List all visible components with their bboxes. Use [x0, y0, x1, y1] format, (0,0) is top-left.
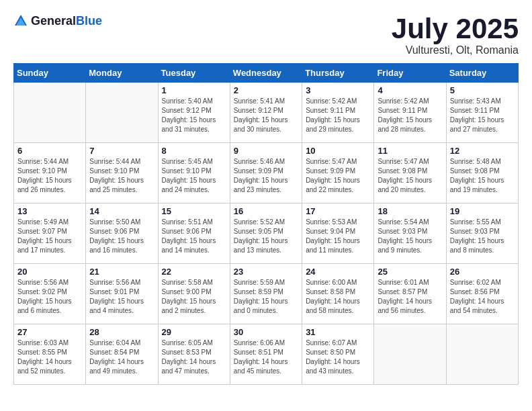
day-number: 18: [378, 206, 442, 216]
day-number: 23: [234, 267, 298, 277]
day-number: 14: [89, 206, 154, 216]
calendar-cell: 21Sunrise: 5:56 AMSunset: 9:01 PMDayligh…: [86, 264, 158, 324]
day-number: 29: [162, 327, 226, 337]
day-info: Sunrise: 6:02 AMSunset: 8:56 PMDaylight:…: [450, 278, 515, 316]
day-info: Sunrise: 6:00 AMSunset: 8:58 PMDaylight:…: [306, 278, 370, 316]
day-info: Sunrise: 5:47 AMSunset: 9:08 PMDaylight:…: [378, 157, 442, 195]
day-info: Sunrise: 5:42 AMSunset: 9:11 PMDaylight:…: [306, 97, 370, 134]
calendar-cell: 3Sunrise: 5:42 AMSunset: 9:11 PMDaylight…: [302, 83, 374, 143]
calendar-cell: 7Sunrise: 5:44 AMSunset: 9:10 PMDaylight…: [86, 143, 158, 203]
calendar-cell: 28Sunrise: 6:04 AMSunset: 8:54 PMDayligh…: [86, 324, 158, 385]
calendar-cell: 11Sunrise: 5:47 AMSunset: 9:08 PMDayligh…: [374, 143, 446, 203]
logo-text-general: General: [31, 14, 76, 28]
col-saturday: Saturday: [446, 64, 518, 83]
day-info: Sunrise: 5:56 AMSunset: 9:02 PMDaylight:…: [17, 278, 82, 316]
day-number: 7: [89, 146, 154, 156]
day-number: 12: [450, 146, 515, 156]
day-info: Sunrise: 5:51 AMSunset: 9:06 PMDaylight:…: [162, 218, 226, 255]
page-header: GeneralBlue July 2025 Vulturesti, Olt, R…: [13, 13, 519, 56]
day-info: Sunrise: 6:05 AMSunset: 8:53 PMDaylight:…: [162, 338, 226, 376]
day-info: Sunrise: 5:48 AMSunset: 9:08 PMDaylight:…: [450, 157, 515, 195]
day-number: 30: [234, 327, 298, 337]
calendar-cell: 19Sunrise: 5:55 AMSunset: 9:03 PMDayligh…: [446, 203, 518, 264]
day-number: 22: [162, 267, 226, 277]
col-tuesday: Tuesday: [158, 64, 230, 83]
day-number: 17: [306, 206, 370, 216]
day-number: 15: [162, 206, 226, 216]
calendar-cell: 22Sunrise: 5:58 AMSunset: 9:00 PMDayligh…: [158, 264, 230, 324]
day-info: Sunrise: 5:46 AMSunset: 9:09 PMDaylight:…: [234, 157, 298, 195]
day-info: Sunrise: 5:55 AMSunset: 9:03 PMDaylight:…: [450, 218, 515, 255]
calendar-cell: [446, 324, 518, 385]
day-info: Sunrise: 5:47 AMSunset: 9:09 PMDaylight:…: [306, 157, 370, 195]
calendar-table: Sunday Monday Tuesday Wednesday Thursday…: [13, 63, 519, 385]
day-info: Sunrise: 5:43 AMSunset: 9:11 PMDaylight:…: [450, 97, 515, 134]
col-wednesday: Wednesday: [230, 64, 302, 83]
day-info: Sunrise: 5:58 AMSunset: 9:00 PMDaylight:…: [162, 278, 226, 316]
title-area: July 2025 Vulturesti, Olt, Romania: [392, 13, 519, 56]
day-info: Sunrise: 5:52 AMSunset: 9:05 PMDaylight:…: [234, 218, 298, 255]
calendar-row-1: 1Sunrise: 5:40 AMSunset: 9:12 PMDaylight…: [14, 83, 519, 143]
day-number: 16: [234, 206, 298, 216]
calendar-cell: [86, 83, 158, 143]
day-number: 4: [378, 85, 442, 95]
day-number: 25: [378, 267, 442, 277]
calendar-cell: 16Sunrise: 5:52 AMSunset: 9:05 PMDayligh…: [230, 203, 302, 264]
day-info: Sunrise: 5:42 AMSunset: 9:11 PMDaylight:…: [378, 97, 442, 134]
calendar-cell: 29Sunrise: 6:05 AMSunset: 8:53 PMDayligh…: [158, 324, 230, 385]
day-number: 19: [450, 206, 515, 216]
col-sunday: Sunday: [14, 64, 86, 83]
calendar-cell: [14, 83, 86, 143]
day-info: Sunrise: 6:03 AMSunset: 8:55 PMDaylight:…: [17, 338, 82, 376]
day-number: 13: [17, 206, 82, 216]
day-number: 3: [306, 85, 370, 95]
calendar-cell: 26Sunrise: 6:02 AMSunset: 8:56 PMDayligh…: [446, 264, 518, 324]
calendar-cell: 10Sunrise: 5:47 AMSunset: 9:09 PMDayligh…: [302, 143, 374, 203]
calendar-row-3: 13Sunrise: 5:49 AMSunset: 9:07 PMDayligh…: [14, 203, 519, 264]
calendar-cell: 1Sunrise: 5:40 AMSunset: 9:12 PMDaylight…: [158, 83, 230, 143]
day-info: Sunrise: 6:04 AMSunset: 8:54 PMDaylight:…: [89, 338, 154, 376]
calendar-header-row: Sunday Monday Tuesday Wednesday Thursday…: [14, 64, 519, 83]
day-info: Sunrise: 5:41 AMSunset: 9:12 PMDaylight:…: [234, 97, 298, 134]
day-number: 8: [162, 146, 226, 156]
logo-text-blue: Blue: [76, 14, 102, 28]
day-info: Sunrise: 5:44 AMSunset: 9:10 PMDaylight:…: [89, 157, 154, 195]
calendar-cell: 17Sunrise: 5:53 AMSunset: 9:04 PMDayligh…: [302, 203, 374, 264]
calendar-cell: 31Sunrise: 6:07 AMSunset: 8:50 PMDayligh…: [302, 324, 374, 385]
calendar-row-4: 20Sunrise: 5:56 AMSunset: 9:02 PMDayligh…: [14, 264, 519, 324]
day-info: Sunrise: 5:45 AMSunset: 9:10 PMDaylight:…: [162, 157, 226, 195]
day-info: Sunrise: 5:49 AMSunset: 9:07 PMDaylight:…: [17, 218, 82, 255]
calendar-cell: 18Sunrise: 5:54 AMSunset: 9:03 PMDayligh…: [374, 203, 446, 264]
logo: GeneralBlue: [13, 13, 102, 28]
calendar-cell: 14Sunrise: 5:50 AMSunset: 9:06 PMDayligh…: [86, 203, 158, 264]
calendar-cell: 2Sunrise: 5:41 AMSunset: 9:12 PMDaylight…: [230, 83, 302, 143]
day-info: Sunrise: 6:06 AMSunset: 8:51 PMDaylight:…: [234, 338, 298, 376]
calendar-cell: 23Sunrise: 5:59 AMSunset: 8:59 PMDayligh…: [230, 264, 302, 324]
day-info: Sunrise: 5:56 AMSunset: 9:01 PMDaylight:…: [89, 278, 154, 316]
day-number: 21: [89, 267, 154, 277]
month-title: July 2025: [392, 13, 519, 44]
day-number: 27: [17, 327, 82, 337]
day-info: Sunrise: 5:50 AMSunset: 9:06 PMDaylight:…: [89, 218, 154, 255]
calendar-cell: 25Sunrise: 6:01 AMSunset: 8:57 PMDayligh…: [374, 264, 446, 324]
calendar-cell: 20Sunrise: 5:56 AMSunset: 9:02 PMDayligh…: [14, 264, 86, 324]
calendar-cell: 4Sunrise: 5:42 AMSunset: 9:11 PMDaylight…: [374, 83, 446, 143]
day-info: Sunrise: 6:01 AMSunset: 8:57 PMDaylight:…: [378, 278, 442, 316]
day-info: Sunrise: 5:54 AMSunset: 9:03 PMDaylight:…: [378, 218, 442, 255]
calendar-row-2: 6Sunrise: 5:44 AMSunset: 9:10 PMDaylight…: [14, 143, 519, 203]
day-number: 31: [306, 327, 370, 337]
calendar-cell: 6Sunrise: 5:44 AMSunset: 9:10 PMDaylight…: [14, 143, 86, 203]
day-info: Sunrise: 5:40 AMSunset: 9:12 PMDaylight:…: [162, 97, 226, 134]
day-info: Sunrise: 5:53 AMSunset: 9:04 PMDaylight:…: [306, 218, 370, 255]
day-number: 24: [306, 267, 370, 277]
calendar-cell: 12Sunrise: 5:48 AMSunset: 9:08 PMDayligh…: [446, 143, 518, 203]
day-number: 6: [17, 146, 82, 156]
calendar-cell: 24Sunrise: 6:00 AMSunset: 8:58 PMDayligh…: [302, 264, 374, 324]
day-info: Sunrise: 6:07 AMSunset: 8:50 PMDaylight:…: [306, 338, 370, 376]
logo-icon: [13, 13, 28, 28]
calendar-cell: 9Sunrise: 5:46 AMSunset: 9:09 PMDaylight…: [230, 143, 302, 203]
calendar-cell: 8Sunrise: 5:45 AMSunset: 9:10 PMDaylight…: [158, 143, 230, 203]
day-number: 2: [234, 85, 298, 95]
day-info: Sunrise: 5:59 AMSunset: 8:59 PMDaylight:…: [234, 278, 298, 316]
calendar-cell: 27Sunrise: 6:03 AMSunset: 8:55 PMDayligh…: [14, 324, 86, 385]
